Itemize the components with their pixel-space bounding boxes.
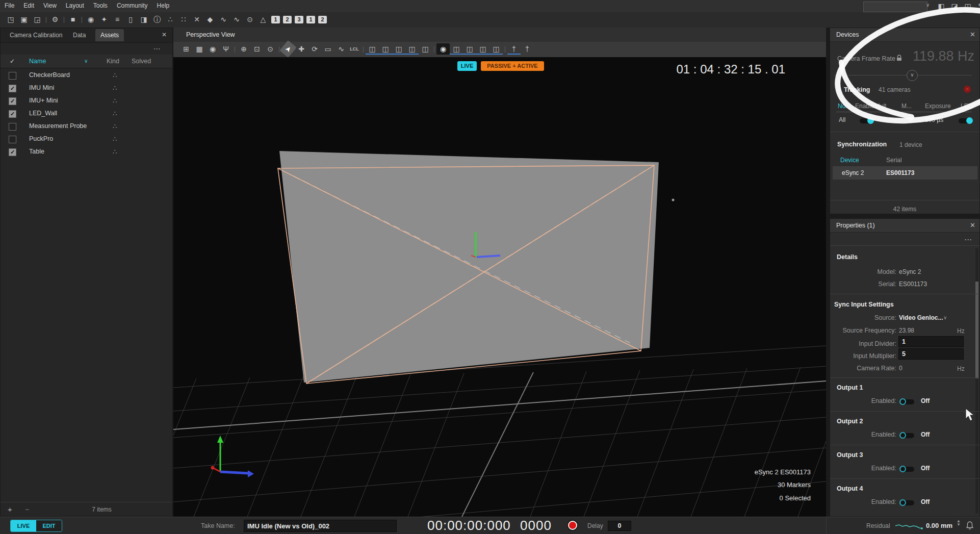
- check-column-icon[interactable]: ✓: [10, 55, 15, 68]
- scale-tool-icon[interactable]: ▭: [321, 43, 334, 55]
- source-dropdown-icon[interactable]: ∨: [943, 315, 947, 320]
- graph-2-icon[interactable]: ∿: [230, 14, 243, 25]
- panel-close-icon[interactable]: ✕: [162, 31, 167, 38]
- layers-icon[interactable]: ≡: [111, 14, 124, 25]
- output-4-toggle[interactable]: [901, 500, 914, 505]
- asset-checkbox[interactable]: ✓: [9, 85, 16, 92]
- layout-1-button[interactable]: 1: [271, 16, 280, 23]
- skeleton-1-icon[interactable]: †: [507, 43, 521, 55]
- visual-aid-4-icon[interactable]: ◫: [489, 43, 503, 55]
- split-view-icon[interactable]: Ψ: [219, 43, 233, 55]
- col-led[interactable]: LED: [961, 103, 972, 110]
- asset-row[interactable]: CheckerBoard ∴: [1, 69, 173, 82]
- panel-menu-icon[interactable]: ⋯: [153, 44, 161, 53]
- asset-checkbox[interactable]: ✓: [9, 97, 16, 105]
- residual-stepper[interactable]: ▲▼: [957, 519, 961, 526]
- translate-tool-icon[interactable]: ✚: [295, 43, 308, 55]
- camera-overlay-2-icon[interactable]: ◫: [379, 43, 392, 55]
- wand-icon[interactable]: ✦: [97, 14, 111, 25]
- notification-bell-icon[interactable]: [966, 521, 974, 530]
- camera-layout-1-button[interactable]: 1: [306, 16, 315, 23]
- input-divider-field[interactable]: [898, 336, 964, 347]
- asset-checkbox[interactable]: [9, 72, 16, 80]
- properties-close-icon[interactable]: ✕: [970, 221, 975, 229]
- col-mult[interactable]: Mult: [875, 103, 887, 110]
- led-all-toggle[interactable]: [959, 118, 972, 123]
- grid-layout-icon[interactable]: ⊞: [179, 43, 193, 55]
- camera-icon[interactable]: ◉: [84, 14, 97, 25]
- graph-tool-icon[interactable]: ∿: [334, 43, 348, 55]
- asset-row[interactable]: Measurement Probe ∴: [1, 120, 173, 133]
- input-multiplier-field[interactable]: [898, 348, 964, 360]
- tag-icon[interactable]: ◆: [203, 14, 217, 25]
- visual-aid-2-icon[interactable]: ◫: [463, 43, 476, 55]
- menu-tools[interactable]: Tools: [89, 0, 112, 9]
- edit-mode-button[interactable]: EDIT: [36, 520, 62, 531]
- media-icon[interactable]: ◨: [137, 14, 150, 25]
- tracking-label[interactable]: Tracking: [844, 86, 870, 93]
- snapshot-icon[interactable]: ◉: [206, 43, 219, 55]
- camera-overlay-1-icon[interactable]: ◫: [366, 43, 379, 55]
- menu-help[interactable]: Help: [152, 0, 174, 9]
- camera-overlay-4-icon[interactable]: ◫: [405, 43, 419, 55]
- antenna-icon[interactable]: △: [256, 14, 270, 25]
- live-edit-toggle[interactable]: LIVE EDIT: [10, 520, 62, 532]
- tab-assets[interactable]: Assets: [95, 29, 124, 41]
- marker-mode-badge[interactable]: PASSIVE + ACTIVE: [481, 61, 544, 71]
- eye-visibility-icon[interactable]: ◉: [436, 43, 450, 55]
- asset-row[interactable]: ✓ IMU+ Mini ∴: [1, 94, 173, 107]
- scene-cube-icon[interactable]: ▦: [193, 43, 206, 55]
- broadcast-icon[interactable]: ⊙: [243, 14, 256, 25]
- sync-device-row[interactable]: eSync 2 ES001173: [833, 166, 977, 180]
- rigid-body-icon[interactable]: ∴: [164, 14, 177, 25]
- markers-icon[interactable]: ∷: [177, 14, 190, 25]
- perspective-viewport-3d[interactable]: [173, 57, 826, 517]
- name-sort-icon[interactable]: ∨: [84, 55, 88, 68]
- camera-overlay-3-icon[interactable]: ◫: [392, 43, 405, 55]
- take-name-input[interactable]: [244, 520, 397, 532]
- graph-1-icon[interactable]: ∿: [217, 14, 230, 25]
- mode-reset-icon[interactable]: ⊗: [908, 116, 913, 123]
- zoom-fit-icon[interactable]: ⊕: [237, 43, 250, 55]
- combo-arrow-icon[interactable]: ∨: [926, 2, 930, 8]
- asset-row[interactable]: ✓ Table ∴: [1, 145, 173, 158]
- visual-aid-3-icon[interactable]: ◫: [476, 43, 489, 55]
- enable-all-toggle[interactable]: [860, 118, 873, 123]
- asset-row[interactable]: ✓ LED_Wall ∴: [1, 107, 173, 120]
- layout-2-button[interactable]: 2: [283, 16, 292, 23]
- zoom-selection-icon[interactable]: ⊡: [250, 43, 264, 55]
- exposure-all-value[interactable]: 500 µs: [925, 116, 943, 123]
- delay-input[interactable]: [608, 521, 631, 531]
- col-enable[interactable]: Enable: [855, 103, 874, 110]
- visual-aid-1-icon[interactable]: ◫: [450, 43, 463, 55]
- quick-layout-combo[interactable]: [863, 2, 927, 12]
- add-asset-button[interactable]: +: [8, 502, 12, 517]
- menu-layout[interactable]: Layout: [61, 0, 89, 9]
- menu-file[interactable]: File: [0, 0, 19, 9]
- live-mode-button[interactable]: LIVE: [11, 520, 36, 531]
- camera-select-icon[interactable]: ◪: [948, 1, 961, 12]
- menu-edit[interactable]: Edit: [19, 0, 39, 9]
- col-exposure[interactable]: Exposure: [925, 103, 951, 110]
- asset-checkbox[interactable]: [9, 136, 16, 143]
- skeleton-2-icon[interactable]: †: [521, 43, 534, 55]
- frame-rate-expander-button[interactable]: ∨: [907, 70, 918, 81]
- scrollbar-thumb[interactable]: [975, 282, 978, 378]
- rotate-tool-icon[interactable]: ⟳: [308, 43, 321, 55]
- menu-community[interactable]: Community: [112, 0, 152, 9]
- devices-close-icon[interactable]: ✕: [970, 31, 975, 38]
- save-as-icon[interactable]: ◲: [31, 14, 44, 25]
- source-value[interactable]: Video Genloc...: [899, 314, 943, 321]
- asset-checkbox[interactable]: ✓: [9, 148, 16, 156]
- properties-menu-icon[interactable]: ⋯: [964, 235, 972, 244]
- tab-camera-calibration[interactable]: Camera Calibration: [5, 29, 67, 41]
- col-serial[interactable]: Serial: [886, 157, 902, 164]
- asset-row[interactable]: PuckPro ∴: [1, 133, 173, 145]
- record-button[interactable]: [567, 520, 578, 531]
- settings-icon[interactable]: ⚙: [48, 14, 62, 25]
- open-project-icon[interactable]: ◳: [4, 14, 17, 25]
- tools-icon[interactable]: ✕: [190, 14, 203, 25]
- column-kind[interactable]: Kind: [107, 55, 119, 68]
- info-icon[interactable]: ⓘ: [150, 14, 164, 25]
- output-2-toggle[interactable]: [901, 433, 914, 438]
